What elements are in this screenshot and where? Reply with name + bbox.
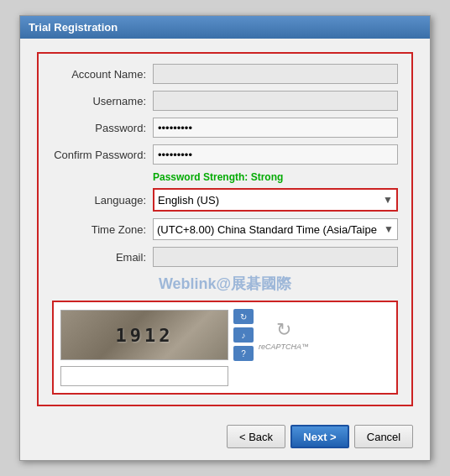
captcha-input[interactable] bbox=[60, 366, 228, 386]
form-border: Account Name: Username: Password: Confir… bbox=[37, 52, 413, 406]
dialog-footer: < Back Next > Cancel bbox=[20, 416, 430, 460]
password-row: Password: bbox=[52, 118, 398, 138]
account-name-row: Account Name: bbox=[52, 64, 398, 84]
email-row: Email: bbox=[52, 247, 398, 267]
confirm-password-row: Confirm Password: bbox=[52, 144, 398, 165]
cancel-button[interactable]: Cancel bbox=[354, 425, 413, 448]
captcha-display-text: 1912 bbox=[116, 325, 174, 346]
back-button[interactable]: < Back bbox=[227, 425, 285, 448]
recaptcha-refresh-icon[interactable]: ↻ bbox=[276, 319, 291, 341]
captcha-controls: ↻ ♪ ? bbox=[233, 309, 254, 361]
next-button[interactable]: Next > bbox=[290, 425, 349, 448]
language-select-wrapper[interactable]: English (US) 中文(繁體) 中文(简体) ▼ bbox=[153, 188, 398, 212]
timezone-row: Time Zone: (UTC+8.00) China Standard Tim… bbox=[52, 218, 398, 240]
dialog-title: Trial Registration bbox=[20, 16, 430, 39]
captcha-help-btn[interactable]: ? bbox=[233, 346, 254, 361]
captcha-refresh-btn[interactable]: ↻ bbox=[233, 309, 254, 324]
language-label: Language: bbox=[52, 194, 153, 207]
language-row: Language: English (US) 中文(繁體) 中文(简体) ▼ bbox=[52, 188, 398, 212]
account-name-input[interactable] bbox=[153, 64, 398, 84]
captcha-bg: 1912 bbox=[61, 310, 228, 360]
password-input[interactable] bbox=[153, 118, 398, 138]
timezone-label: Time Zone: bbox=[52, 223, 153, 236]
confirm-password-label: Confirm Password: bbox=[52, 149, 153, 161]
timezone-select-wrapper[interactable]: (UTC+8.00) China Standard Time (Asia/Tai… bbox=[153, 218, 398, 240]
watermark-text: Weblink@展碁國際 bbox=[52, 274, 398, 294]
recaptcha-logo-area: ↻ reCAPTCHA™ bbox=[259, 319, 309, 351]
password-strength-label: Password Strength: bbox=[153, 171, 248, 183]
email-input[interactable] bbox=[153, 247, 398, 267]
username-row: Username: bbox=[52, 91, 398, 111]
timezone-select[interactable]: (UTC+8.00) China Standard Time (Asia/Tai… bbox=[154, 219, 397, 239]
password-strength-value: Strong bbox=[251, 171, 284, 183]
captcha-audio-btn[interactable]: ♪ bbox=[233, 327, 254, 343]
username-input[interactable] bbox=[153, 91, 398, 111]
captcha-image: 1912 bbox=[60, 310, 228, 360]
captcha-section: 1912 ↻ ♪ ? ↻ reCAPTCHA™ bbox=[52, 301, 398, 395]
password-strength-row: Password Strength: Strong bbox=[153, 171, 398, 183]
language-select[interactable]: English (US) 中文(繁體) 中文(简体) bbox=[154, 190, 396, 210]
username-label: Username: bbox=[52, 95, 153, 107]
email-label: Email: bbox=[52, 251, 153, 264]
captcha-inner: 1912 ↻ ♪ ? ↻ reCAPTCHA™ bbox=[60, 309, 390, 361]
recaptcha-label: reCAPTCHA™ bbox=[259, 343, 309, 351]
confirm-password-input[interactable] bbox=[153, 144, 398, 165]
password-label: Password: bbox=[52, 122, 153, 134]
dialog-body: Account Name: Username: Password: Confir… bbox=[20, 39, 430, 416]
account-name-label: Account Name: bbox=[52, 68, 153, 81]
trial-registration-dialog: Trial Registration Account Name: Usernam… bbox=[19, 15, 431, 461]
